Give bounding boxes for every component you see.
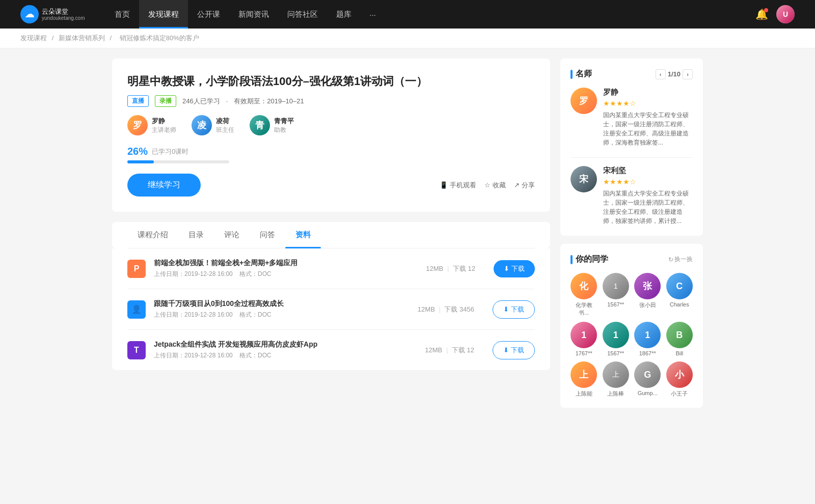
classmates-header: 你的同学 ↻ 换一换 (570, 254, 693, 265)
classmates-title-left: 你的同学 (570, 254, 608, 265)
breadcrumb-sep2: / (110, 34, 113, 42)
page-info: 1/10 (668, 70, 681, 78)
resource-0-stats: 12MB | 下载 12 (426, 264, 475, 273)
main-content: 明星中教授课，小学阶段语法100分–强化级第1讲动词（一） 直播 录播 246人… (102, 59, 713, 416)
tab-qa[interactable]: 问答 (250, 222, 285, 248)
continue-learning-button[interactable]: 继续学习 (127, 174, 201, 197)
resource-1: 👤 跟随千万级项目从0到100全过程高效成长 上传日期：2019-12-28 1… (127, 289, 535, 330)
classmate-11-avatar: 小 (666, 361, 693, 388)
download-2-button[interactable]: ⬇ 下载 (493, 341, 535, 359)
resource-0: P 前端全栈加强版！前端全栈+全周期+多端应用 上传日期：2019-12-28 … (127, 248, 535, 289)
nav-qa[interactable]: 问答社区 (278, 0, 327, 29)
teacher-2-avatar: 青 (250, 115, 270, 135)
breadcrumb-current: 销冠修炼术搞定80%的客户 (120, 34, 199, 42)
resource-1-info: 跟随千万级项目从0到100全过程高效成长 上传日期：2019-12-28 16:… (154, 299, 410, 319)
students-count: 246人已学习 (182, 97, 220, 106)
share-label: 分享 (522, 181, 535, 190)
course-title: 明星中教授课，小学阶段语法100分–强化级第1讲动词（一） (127, 74, 535, 89)
nav-right: 🔔 U (755, 5, 795, 23)
download-0-button[interactable]: ⬇ 下载 (494, 260, 535, 277)
classmate-0: 化 化学教书... (570, 273, 597, 317)
classmate-3: C Charles (666, 273, 693, 317)
classmate-7-name: Bill (666, 350, 693, 356)
resource-1-format: 格式：DOC (239, 311, 271, 318)
download-0-icon: ⬇ (504, 265, 509, 272)
classmate-4-avatar: 1 (570, 322, 597, 348)
teacher-2-role: 助教 (274, 126, 294, 134)
nav-discover[interactable]: 发现课程 (139, 0, 188, 29)
tab-intro[interactable]: 课程介绍 (127, 222, 178, 248)
share-button[interactable]: ↗ 分享 (514, 181, 535, 190)
classmate-5-name: 1567** (603, 350, 630, 356)
classmate-5-avatar: 1 (603, 322, 629, 348)
classmate-11-name: 小王子 (666, 390, 693, 398)
nav-home[interactable]: 首页 (105, 0, 139, 29)
share-icon: ↗ (514, 181, 520, 189)
sidebar-teacher-0-stars: ★★★★☆ (603, 99, 693, 107)
resource-1-stats: 12MB | 下载 3456 (418, 305, 474, 314)
collect-button[interactable]: ☆ 收藏 (484, 181, 506, 190)
resource-1-meta: 上传日期：2019-12-28 16:00 格式：DOC (154, 311, 410, 319)
teachers-list: 罗 罗静 主讲老师 凌 凌荷 班主任 (127, 115, 535, 135)
nav-news[interactable]: 新闻资讯 (229, 0, 278, 29)
nav-open[interactable]: 公开课 (188, 0, 229, 29)
sidebar-teacher-1-name: 宋利坚 (603, 166, 693, 176)
classmate-6: 1 1867** (634, 322, 661, 356)
teacher-0-name: 罗静 (152, 117, 176, 126)
breadcrumb-series[interactable]: 新媒体营销系列 (59, 34, 105, 42)
classmate-4-name: 1767** (570, 350, 597, 356)
classmate-4: 1 1767** (570, 322, 597, 356)
download-1-button[interactable]: ⬇ 下载 (493, 300, 535, 319)
course-meta: 直播 录播 246人已学习 · 有效期至：2019–10–21 (127, 95, 535, 107)
prev-page-button[interactable]: ‹ (656, 69, 666, 79)
logo[interactable]: ☁ 云朵课堂 yundouketang.com (20, 5, 85, 23)
action-btns: 📱 手机观看 ☆ 收藏 ↗ 分享 (440, 181, 535, 190)
sidebar-teacher-0: 罗 罗静 ★★★★☆ 国内某重点大学安全工程专业硕士，国家一级注册消防工程师、注… (570, 88, 693, 147)
next-page-button[interactable]: › (683, 69, 693, 79)
classmate-6-name: 1867** (634, 350, 661, 356)
refresh-button[interactable]: ↻ 换一换 (668, 255, 693, 264)
tab-review[interactable]: 评论 (214, 222, 250, 248)
title-bar-icon (570, 70, 573, 79)
nav-more[interactable]: ··· (361, 0, 386, 29)
bell-icon[interactable]: 🔔 (755, 8, 768, 20)
download-1-icon: ⬇ (503, 305, 509, 313)
left-panel: 明星中教授课，小学阶段语法100分–强化级第1讲动词（一） 直播 录播 246人… (112, 59, 550, 416)
classmates-title-bar-icon (570, 255, 573, 264)
refresh-icon: ↻ (668, 256, 673, 263)
progress-bar-fill (127, 160, 154, 163)
resource-0-name: 前端全栈加强版！前端全栈+全周期+多端应用 (154, 259, 418, 268)
right-panel: 名师 ‹ 1/10 › 罗 罗静 ★★★★☆ 国内某重点大学安全工程专业硕士，国… (560, 59, 703, 416)
progress-pct: 26% (127, 146, 148, 157)
valid-until: 有效期至：2019–10–21 (234, 97, 304, 106)
breadcrumb-discover[interactable]: 发现课程 (20, 34, 47, 42)
refresh-label: 换一换 (674, 255, 693, 264)
resource-1-name: 跟随千万级项目从0到100全过程高效成长 (154, 299, 410, 309)
teachers-sidebar-card: 名师 ‹ 1/10 › 罗 罗静 ★★★★☆ 国内某重点大学安全工程专业硕士，国… (560, 59, 703, 236)
classmate-8: 上 上陈能 (570, 361, 597, 398)
tab-resources[interactable]: 资料 (285, 222, 321, 248)
classmate-1-name: 1567** (603, 301, 630, 307)
resource-2-format: 格式：DOC (239, 352, 271, 359)
classmate-1: 1 1567** (603, 273, 630, 317)
classmate-3-name: Charles (666, 301, 693, 307)
mobile-watch-button[interactable]: 📱 手机观看 (440, 181, 476, 190)
notification-dot (764, 8, 768, 12)
nav-items: 首页 发现课程 公开课 新闻资讯 问答社区 题库 ··· (105, 0, 755, 29)
progress-sub: 已学习0课时 (152, 147, 188, 156)
user-avatar[interactable]: U (776, 5, 795, 23)
teacher-2-avatar-img: 青 (250, 115, 270, 135)
breadcrumb: 发现课程 / 新媒体营销系列 / 销冠修炼术搞定80%的客户 (0, 29, 815, 48)
tab-catalog[interactable]: 目录 (178, 222, 214, 248)
classmate-8-name: 上陈能 (570, 390, 597, 398)
mobile-watch-label: 手机观看 (450, 181, 476, 190)
teacher-1-role: 班主任 (216, 126, 234, 134)
collect-label: 收藏 (493, 181, 506, 190)
resource-1-icon: 👤 (127, 300, 146, 319)
badge-record: 录播 (155, 95, 176, 107)
resource-2-stats: 12MB | 下载 12 (425, 346, 474, 355)
classmate-2-name: 张小田 (634, 301, 661, 309)
mobile-icon: 📱 (440, 181, 448, 189)
nav-quiz[interactable]: 题库 (327, 0, 361, 29)
classmate-7-avatar: B (666, 322, 693, 348)
